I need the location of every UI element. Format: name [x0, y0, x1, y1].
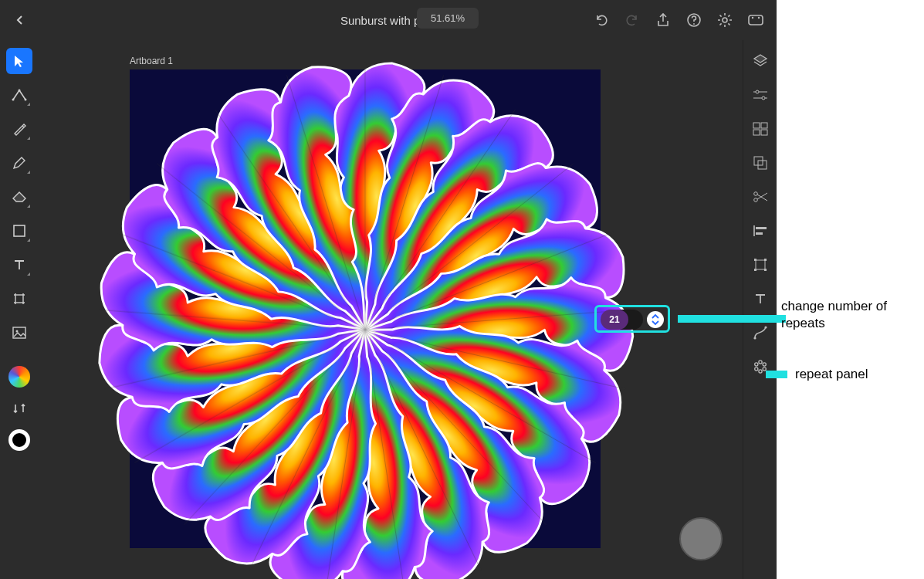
back-button[interactable]	[8, 8, 32, 32]
type-tool[interactable]	[6, 252, 32, 278]
touch-shortcut[interactable]	[679, 517, 723, 560]
svg-point-1	[693, 23, 695, 25]
undo-button[interactable]	[593, 12, 610, 29]
svg-point-35	[758, 370, 761, 373]
svg-rect-29	[764, 269, 767, 271]
svg-rect-16	[761, 123, 767, 128]
swatches-panel-button[interactable]	[752, 120, 769, 137]
pen-tool[interactable]	[6, 116, 32, 142]
svg-point-31	[764, 326, 767, 328]
svg-rect-25	[756, 260, 765, 269]
selection-tool[interactable]	[6, 48, 32, 74]
place-image-tool[interactable]	[6, 320, 32, 346]
svg-point-13	[756, 90, 759, 93]
annotation-text-repeats: change number of repeats	[781, 298, 924, 332]
svg-point-33	[763, 363, 766, 366]
direct-selection-tool[interactable]	[6, 82, 32, 108]
svg-rect-11	[13, 327, 25, 338]
svg-rect-3	[749, 15, 763, 25]
repeat-count-stepper[interactable]	[647, 311, 664, 328]
svg-point-21	[753, 192, 757, 196]
svg-point-14	[762, 96, 765, 100]
svg-point-7	[25, 99, 27, 101]
left-toolbar	[0, 40, 39, 451]
combine-shapes-button[interactable]	[752, 154, 769, 171]
swap-fill-stroke[interactable]	[6, 395, 32, 422]
svg-point-12	[16, 330, 19, 333]
svg-point-30	[753, 337, 756, 339]
fill-color[interactable]	[8, 366, 30, 388]
svg-point-36	[754, 367, 757, 371]
svg-rect-23	[756, 227, 767, 229]
stroke-color[interactable]	[8, 429, 30, 451]
svg-point-6	[12, 99, 15, 101]
svg-point-4	[752, 17, 753, 19]
svg-point-8	[19, 90, 21, 92]
path-panel-button[interactable]	[752, 324, 769, 341]
redo-button[interactable]	[624, 12, 641, 29]
help-button[interactable]	[685, 12, 702, 29]
svg-rect-10	[15, 295, 23, 303]
view-mode-button[interactable]	[747, 12, 764, 29]
settings-button[interactable]	[716, 12, 733, 29]
share-button[interactable]	[655, 12, 672, 29]
scissors-button[interactable]	[752, 188, 769, 205]
svg-rect-9	[14, 225, 25, 236]
properties-panel-button[interactable]	[752, 86, 769, 103]
svg-rect-15	[753, 123, 760, 128]
artboard-tool[interactable]	[6, 286, 32, 312]
svg-point-22	[753, 198, 757, 202]
repeat-count-value: 21	[601, 310, 628, 330]
shape-tool[interactable]	[6, 218, 32, 244]
type-panel-button[interactable]	[752, 290, 769, 307]
annotation-leader-2	[766, 371, 787, 378]
eraser-tool[interactable]	[6, 184, 32, 210]
svg-point-5	[758, 17, 760, 19]
svg-point-2	[723, 18, 727, 22]
zoom-level[interactable]: 51.61%	[417, 8, 479, 29]
svg-rect-26	[754, 259, 756, 261]
svg-rect-28	[754, 269, 756, 271]
sunburst-artwork[interactable]	[91, 56, 639, 579]
transform-panel-button[interactable]	[752, 256, 769, 273]
svg-point-32	[758, 361, 761, 364]
svg-rect-27	[764, 259, 767, 261]
right-toolbar	[743, 40, 777, 579]
annotation-margin: change number of repeats repeat panel	[777, 0, 924, 579]
svg-rect-24	[756, 232, 763, 235]
svg-rect-18	[761, 130, 767, 135]
svg-point-37	[754, 363, 757, 366]
layers-panel-button[interactable]	[752, 52, 769, 69]
annotation-leader-1	[678, 315, 786, 323]
annotation-text-panel: repeat panel	[795, 367, 868, 382]
align-panel-button[interactable]	[752, 222, 769, 239]
repeat-count-control[interactable]: 21	[594, 305, 670, 333]
pencil-tool[interactable]	[6, 150, 32, 176]
svg-rect-17	[753, 130, 760, 135]
